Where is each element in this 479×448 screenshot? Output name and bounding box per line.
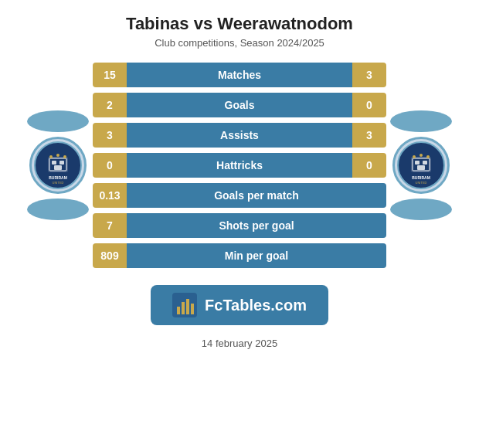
stat-left-value: 0: [93, 153, 127, 178]
stat-label: Hattricks: [127, 153, 352, 178]
stats-area: 15Matches32Goals03Assists30Hattricks00.1…: [93, 63, 386, 268]
match-subtitle: Club competitions, Season 2024/2025: [155, 37, 324, 49]
left-ellipse-bottom: [27, 199, 89, 220]
svg-text:UNITED: UNITED: [416, 181, 427, 185]
stat-left-value: 2: [93, 93, 127, 117]
stat-label: Shots per goal: [127, 213, 386, 238]
stat-left-value: 15: [93, 63, 127, 87]
badge-right: BURIRAM UNITED: [386, 110, 456, 220]
stat-row-assists: 3Assists3: [93, 123, 386, 148]
fctables-label: FcTables.com: [205, 297, 307, 314]
stat-right-value: 0: [352, 93, 386, 117]
left-ellipse-top: [27, 110, 89, 132]
svg-rect-23: [177, 307, 180, 314]
right-team-badge-icon: BURIRAM UNITED: [397, 141, 445, 189]
stat-right-value: 0: [352, 153, 386, 178]
svg-rect-26: [191, 304, 194, 314]
left-team-badge-icon: BURIRAM UNITED: [34, 141, 82, 189]
stat-left-value: 7: [93, 213, 127, 238]
svg-rect-4: [59, 161, 64, 165]
svg-point-9: [56, 154, 59, 157]
right-ellipse-top: [390, 110, 452, 132]
svg-rect-25: [186, 299, 189, 314]
svg-rect-14: [415, 161, 420, 165]
stat-row-goals-per-match: 0.13Goals per match: [93, 183, 386, 208]
svg-text:UNITED: UNITED: [53, 181, 64, 185]
svg-rect-24: [182, 302, 185, 314]
stat-row-min-per-goal: 809Min per goal: [93, 243, 386, 268]
svg-rect-16: [417, 165, 425, 170]
stat-left-value: 809: [93, 243, 127, 268]
svg-point-19: [413, 155, 416, 158]
stat-row-matches: 15Matches3: [93, 63, 386, 87]
stat-row-goals: 2Goals0: [93, 93, 386, 117]
stat-row-hattricks: 0Hattricks0: [93, 153, 386, 178]
page-container: Tabinas vs Weerawatnodom Club competitio…: [0, 0, 479, 448]
fctables-banner: FcTables.com: [151, 285, 328, 325]
svg-rect-3: [52, 161, 56, 165]
svg-point-10: [63, 155, 66, 158]
stat-left-value: 0.13: [93, 183, 127, 208]
stat-right-value: 3: [352, 63, 386, 87]
stat-label: Goals per match: [127, 183, 386, 208]
stat-right-value: 3: [352, 123, 386, 148]
fctables-logo-icon: [172, 293, 197, 317]
main-content: BURIRAM UNITED 15Matches32Goals03Assists…: [23, 63, 456, 268]
stat-label: Goals: [127, 93, 352, 117]
stat-label: Assists: [127, 123, 352, 148]
stat-row-shots-per-goal: 7Shots per goal: [93, 213, 386, 238]
stat-left-value: 3: [93, 123, 127, 148]
stat-label: Matches: [127, 63, 352, 87]
svg-text:BURIRAM: BURIRAM: [412, 175, 430, 180]
svg-point-8: [49, 155, 53, 158]
stat-label: Min per goal: [127, 243, 386, 268]
svg-rect-5: [54, 165, 62, 170]
right-ellipse-bottom: [390, 199, 452, 220]
svg-point-20: [420, 154, 423, 157]
svg-rect-15: [423, 161, 427, 165]
right-badge-circle: BURIRAM UNITED: [392, 137, 450, 194]
svg-point-21: [426, 155, 430, 158]
date-footer: 14 february 2025: [202, 338, 277, 349]
match-title: Tabinas vs Weerawatnodom: [126, 14, 353, 34]
svg-text:BURIRAM: BURIRAM: [49, 175, 67, 180]
badge-left: BURIRAM UNITED: [23, 110, 93, 220]
left-badge-circle: BURIRAM UNITED: [29, 137, 87, 194]
